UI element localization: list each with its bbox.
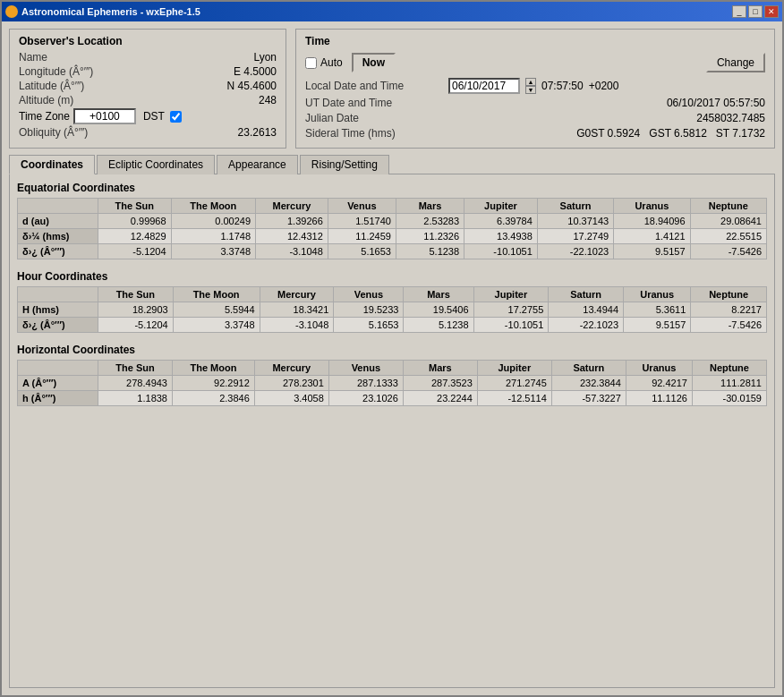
- hz-col-header-uranus: Uranus: [626, 361, 692, 376]
- eq-row-1-mercury: 12.4312: [256, 229, 328, 244]
- hr-row-1-uranus: 9.5157: [624, 318, 691, 333]
- hr-row-1-label: δ›¿ (Â°′″): [18, 318, 98, 333]
- julian-value: 2458032.7485: [696, 112, 765, 124]
- observer-obliquity-value: 23.2613: [238, 126, 277, 139]
- timezone-label: Time Zone: [19, 110, 70, 123]
- maximize-button[interactable]: □: [748, 5, 763, 18]
- eq-row-0-venus: 1.51740: [328, 214, 396, 229]
- observer-altitude-label: Altitude (m): [19, 94, 73, 106]
- hr-row-1-venus: 5.1653: [334, 318, 404, 333]
- observer-name-label: Name: [19, 51, 47, 64]
- hz-col-header-venus: Venus: [328, 361, 403, 376]
- eq-col-header-neptune: Neptune: [690, 199, 766, 214]
- window-title: Astronomical Ephemeris - wxEphe-1.5: [21, 6, 200, 17]
- eq-row-2-mars: 5.1238: [396, 244, 464, 259]
- hz-col-header-neptune: Neptune: [692, 361, 766, 376]
- tabs-bar: Coordinates Ecliptic Coordinates Appeara…: [9, 154, 775, 174]
- observer-longitude-value: E 4.5000: [234, 65, 277, 78]
- tab-rising[interactable]: Rising/Setting: [300, 155, 389, 174]
- hz-row-1-label: h (Â°′″): [18, 391, 98, 406]
- eq-row-1-uranus: 1.4121: [614, 229, 690, 244]
- local-date-input[interactable]: [448, 78, 520, 94]
- hr-row-0: H (hms) 18.2903 5.5944 18.3421 19.5233 1…: [18, 302, 767, 318]
- horizontal-section: Horizontal Coordinates The Sun The Moon …: [17, 344, 767, 406]
- window-body: Observer's Location Name Lyon Longitude …: [2, 21, 782, 695]
- eq-row-1: δ›¼ (hms) 12.4829 1.1748 12.4312 11.2459…: [18, 229, 767, 244]
- hz-row-1-saturn: -57.3227: [551, 391, 626, 406]
- hz-col-header-jupiter: Jupiter: [477, 361, 551, 376]
- tab-ecliptic[interactable]: Ecliptic Coordinates: [97, 155, 215, 174]
- tab-content: Equatorial Coordinates The Sun The Moon …: [9, 174, 775, 688]
- eq-col-header-venus: Venus: [328, 199, 396, 214]
- hr-row-0-mars: 19.5406: [404, 302, 473, 318]
- eq-row-1-neptune: 22.5515: [690, 229, 766, 244]
- sidereal-label: Sideral Time (hms): [305, 127, 448, 140]
- change-button[interactable]: Change: [706, 53, 765, 72]
- hz-row-1-mercury: 3.4058: [254, 391, 328, 406]
- horizontal-table: The Sun The Moon Mercury Venus Mars Jupi…: [17, 360, 767, 406]
- observer-name-value: Lyon: [253, 51, 277, 64]
- hr-row-0-neptune: 8.2217: [691, 302, 767, 318]
- hr-col-header-neptune: Neptune: [691, 287, 767, 302]
- hz-row-1-neptune: -30.0159: [692, 391, 766, 406]
- eq-row-0-jupiter: 6.39784: [464, 214, 538, 229]
- local-time-display: 07:57:50: [541, 80, 584, 92]
- hr-row-0-moon: 5.5944: [173, 302, 260, 318]
- eq-row-2-saturn: -22.1023: [537, 244, 613, 259]
- sidereal-st-label: ST: [716, 127, 729, 140]
- now-button[interactable]: Now: [352, 53, 396, 72]
- observer-altitude-value: 248: [259, 94, 277, 106]
- date-down-button[interactable]: ▼: [525, 86, 536, 94]
- minimize-button[interactable]: _: [732, 5, 746, 18]
- hz-col-header-mars: Mars: [403, 361, 477, 376]
- hr-col-header-0: [18, 287, 98, 302]
- sidereal-value: G0ST 0.5924 GST 6.5812 ST 7.1732: [576, 127, 765, 140]
- hz-row-1-moon: 2.3846: [173, 391, 255, 406]
- hr-col-header-jupiter: Jupiter: [473, 287, 549, 302]
- eq-row-1-moon: 1.1748: [171, 229, 255, 244]
- hz-col-header-0: [18, 361, 98, 376]
- top-section: Observer's Location Name Lyon Longitude …: [9, 29, 775, 149]
- sidereal-gst-val: 6.5812: [674, 127, 707, 140]
- eq-row-0-moon: 0.00249: [171, 214, 255, 229]
- hr-row-1-mars: 5.1238: [404, 318, 473, 333]
- eq-row-0-sun: 0.99968: [98, 214, 172, 229]
- auto-checkbox[interactable]: [305, 57, 317, 69]
- hr-row-1-neptune: -7.5426: [691, 318, 767, 333]
- tab-appearance[interactable]: Appearance: [217, 155, 298, 174]
- hz-row-0-jupiter: 271.2745: [477, 376, 551, 391]
- hr-col-header-sun: The Sun: [98, 287, 174, 302]
- horizontal-title: Horizontal Coordinates: [17, 344, 767, 356]
- eq-col-header-sun: The Sun: [98, 199, 172, 214]
- hr-col-header-moon: The Moon: [173, 287, 260, 302]
- hz-col-header-sun: The Sun: [98, 361, 173, 376]
- timezone-input[interactable]: [73, 108, 136, 124]
- hz-row-1-venus: 23.1026: [328, 391, 403, 406]
- equatorial-header-row: The Sun The Moon Mercury Venus Mars Jupi…: [18, 199, 767, 214]
- date-spinner: ▲ ▼: [525, 78, 536, 94]
- eq-row-1-saturn: 17.2749: [537, 229, 613, 244]
- eq-row-1-venus: 11.2459: [328, 229, 396, 244]
- eq-row-2-uranus: 9.5157: [614, 244, 690, 259]
- eq-row-2-neptune: -7.5426: [690, 244, 766, 259]
- eq-row-2: δ›¿ (Â°′″) -5.1204 3.3748 -3.1048 5.1653…: [18, 244, 767, 259]
- hour-table: The Sun The Moon Mercury Venus Mars Jupi…: [17, 286, 767, 333]
- hr-row-0-label: H (hms): [18, 302, 98, 318]
- close-button[interactable]: ✕: [764, 5, 779, 18]
- eq-row-0-mercury: 1.39266: [256, 214, 328, 229]
- eq-row-2-jupiter: -10.1051: [464, 244, 538, 259]
- local-offset-display: +0200: [589, 80, 619, 92]
- eq-row-1-jupiter: 13.4938: [464, 229, 538, 244]
- hz-row-0-venus: 287.1333: [328, 376, 403, 391]
- hz-row-0-sun: 278.4943: [98, 376, 173, 391]
- observer-panel: Observer's Location Name Lyon Longitude …: [9, 29, 286, 149]
- dst-checkbox[interactable]: [170, 111, 182, 123]
- hz-row-1-uranus: 11.1126: [626, 391, 692, 406]
- tab-coordinates[interactable]: Coordinates: [9, 155, 95, 174]
- observer-latitude-row: Latitude (Â°′″) N 45.4600: [19, 80, 277, 92]
- local-time-value: ▲ ▼ 07:57:50 +0200: [448, 78, 618, 94]
- hz-col-header-saturn: Saturn: [551, 361, 626, 376]
- date-up-button[interactable]: ▲: [525, 78, 536, 86]
- equatorial-table: The Sun The Moon Mercury Venus Mars Jupi…: [17, 198, 767, 259]
- main-window: Astronomical Ephemeris - wxEphe-1.5 _ □ …: [0, 0, 784, 697]
